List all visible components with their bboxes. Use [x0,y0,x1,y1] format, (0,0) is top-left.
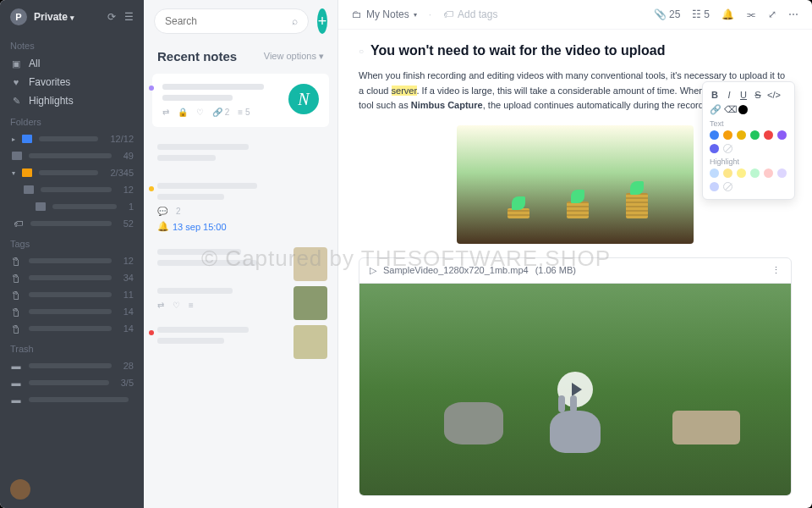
highlight-color-label: Highlight [708,156,789,166]
tag-icon: 🏷 [443,8,453,20]
chevron-down-icon: ▾ [12,169,15,177]
note-card[interactable] [144,240,337,279]
sidebar-item-all[interactable]: ▣All [0,54,144,73]
folder-icon [36,202,46,211]
menu-icon[interactable]: ☰ [124,11,134,23]
note-card[interactable] [144,135,337,174]
tag-icon: 🏷 [12,218,24,229]
folder-item[interactable]: ▸12/12 [0,130,144,147]
folder-item[interactable]: 1 [0,198,144,215]
sync-icon[interactable]: ⟳ [107,11,116,23]
tag-icon: 🏷 [11,289,21,301]
workspace-switcher[interactable]: Private [34,11,101,23]
color-swatch[interactable] [777,130,787,140]
status-dot [149,86,154,91]
all-icon: ▣ [10,58,22,69]
trash-item[interactable]: ▬28 [0,357,144,374]
bold-button[interactable]: B [710,90,720,100]
color-none[interactable] [723,144,732,153]
trash-item[interactable]: ▬ [0,391,144,408]
strike-button[interactable]: S [753,90,763,100]
breadcrumb[interactable]: 🗀My Notes▾ [352,8,417,20]
search-input[interactable]: ⌕ [154,8,309,34]
color-swatch[interactable] [710,182,719,191]
more-icon: ⋯ [788,8,798,20]
tag-item[interactable]: 🏷14 [0,320,144,337]
italic-button[interactable]: I [724,90,734,100]
notelist-top: ⌕ + [144,0,337,42]
color-swatch[interactable] [710,168,719,178]
tag-item[interactable]: 🏷34 [0,269,144,286]
topbar: 🗀My Notes▾ · 🏷Add tags 📎25 ☷5 🔔 ⫘ ⤢ ⋯ [338,0,812,30]
color-swatch[interactable] [750,130,760,140]
clear-format-button[interactable]: ⌫ [724,104,734,115]
add-note-button[interactable]: + [317,8,327,34]
color-swatch[interactable] [764,168,773,178]
note-card[interactable]: ⇄🔒♡🔗 2≡ 5 N [152,74,329,127]
video-preview[interactable] [359,284,791,495]
view-options-dropdown[interactable]: View options ▾ [264,51,324,62]
share-button[interactable]: ⫘ [746,8,756,20]
color-swatch[interactable] [777,168,787,178]
color-swatch[interactable] [737,168,746,178]
paperclip-icon: 📎 [654,8,667,20]
app-root: P Private ⟳ ☰ Notes ▣All ♥Favorites ✎Hig… [0,0,812,508]
color-swatch[interactable] [737,130,746,140]
workspace-avatar[interactable]: P [10,8,27,25]
tag-item[interactable]: 🏷11 [0,286,144,303]
color-swatch[interactable] [710,144,719,153]
code-button[interactable]: </> [767,90,777,100]
checklist-icon: ☷ [692,8,701,20]
folder-item[interactable]: ▾2/345 [0,164,144,181]
folder-icon: ▬ [10,361,22,371]
tag-icon: 🏷 [11,306,21,318]
note-card[interactable]: 💬2 🔔13 sep 15:00 [144,174,337,240]
todos-counter[interactable]: ☷5 [692,8,710,20]
current-color[interactable] [738,105,748,114]
video-menu-button[interactable]: ⋮ [771,265,781,276]
folder-icon [12,152,22,160]
search-icon: ⌕ [292,15,298,27]
note-thumbnail [294,286,327,320]
tag-item[interactable]: 🏷14 [0,303,144,320]
sidebar-item-highlights[interactable]: ✎Highlights [0,91,144,110]
color-none[interactable] [723,182,732,191]
video-header: ▷ SampleVideo_1280x720_1mb.mp4 (1.06 MB)… [359,258,791,284]
link-button[interactable]: 🔗 [710,104,720,115]
user-avatar[interactable] [10,479,30,500]
tag-icon: 🏷 [11,255,21,267]
note-card[interactable]: ⇄♡≡ [144,279,337,318]
notelist-header: Recent notes View options ▾ [144,42,337,74]
color-swatch[interactable] [723,130,732,140]
color-swatch[interactable] [723,168,732,178]
reminder-button[interactable]: 🔔 [721,8,734,20]
trash-item[interactable]: ▬3/5 [0,374,144,391]
note-list-panel: ⌕ + Recent notes View options ▾ ⇄🔒♡🔗 2≡ … [144,0,338,508]
sidebar-item-favorites[interactable]: ♥Favorites [0,73,144,91]
note-thumbnail [294,325,327,359]
note-thumbnail [294,247,327,281]
sidebar: P Private ⟳ ☰ Notes ▣All ♥Favorites ✎Hig… [0,0,144,508]
sidebar-header: P Private ⟳ ☰ [0,0,144,34]
note-avatar: N [288,84,319,114]
color-swatch[interactable] [764,130,773,140]
reminder: 🔔13 sep 15:00 [157,221,324,232]
attachments-counter[interactable]: 📎25 [654,8,680,20]
more-button[interactable]: ⋯ [788,8,798,20]
note-card[interactable] [144,318,337,357]
color-swatch[interactable] [750,168,760,178]
note-title[interactable]: You won't need to wait for the video to … [359,43,792,58]
expand-icon: ⤢ [768,8,776,20]
folder-item[interactable]: 49 [0,147,144,164]
underline-button[interactable]: U [738,90,749,100]
color-swatch[interactable] [710,130,719,140]
folder-item[interactable]: 12 [0,181,144,198]
image-block[interactable] [457,125,694,244]
expand-button[interactable]: ⤢ [768,8,776,20]
section-tags: Tags [0,232,144,252]
search-field[interactable] [165,15,292,27]
highlighted-text: server [392,86,417,96]
tag-item[interactable]: 🏷12 [0,252,144,269]
folder-item[interactable]: 🏷52 [0,215,144,232]
add-tags-button[interactable]: 🏷Add tags [443,8,497,20]
